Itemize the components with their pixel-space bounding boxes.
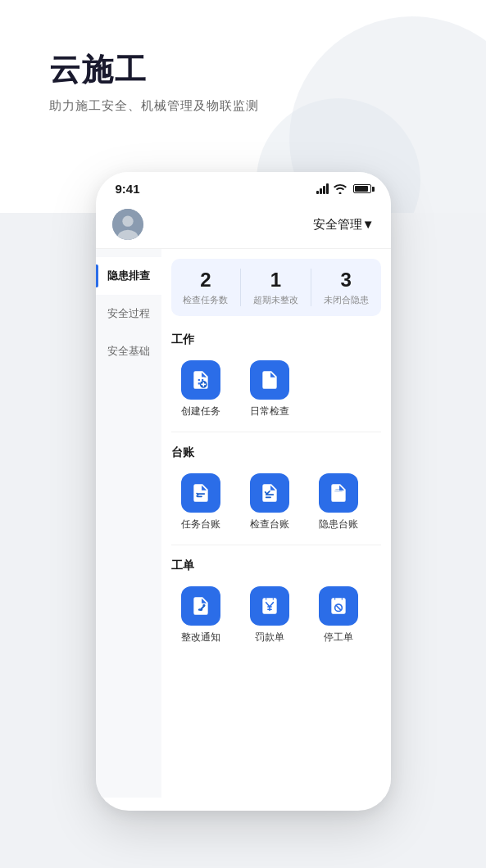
stat-overdue: 1 超期未整改: [241, 269, 311, 306]
warning-doc-icon: [328, 482, 349, 504]
stat-task-count: 2 检查任务数: [171, 269, 242, 306]
check-ledger-item[interactable]: 检查台账: [237, 467, 302, 538]
app-title: 云施工: [49, 49, 148, 91]
task-ledger-icon-box: [181, 473, 220, 513]
section-title-workorder: 工单: [161, 549, 391, 580]
stat-unclosed: 3 未闭合隐患: [311, 269, 381, 306]
stopwork-label: 停工单: [324, 631, 353, 644]
fine-label: 罚款单: [255, 631, 284, 644]
sidebar-label-0: 隐患排查: [107, 269, 150, 282]
stat-number-1: 1: [241, 269, 311, 292]
section-title-work: 工作: [161, 323, 391, 354]
workorder-grid: 整改通知 罚款单: [161, 580, 391, 654]
wifi-icon: [334, 183, 347, 194]
work-grid: 创建任务 日常检查: [161, 354, 391, 428]
list-doc-icon: [190, 482, 211, 504]
wrench-icon: [190, 595, 211, 617]
daily-check-item[interactable]: 日常检查: [237, 354, 302, 425]
avatar[interactable]: [112, 209, 143, 240]
task-ledger-label: 任务台账: [181, 518, 220, 531]
ledger-grid: 任务台账 检查台账: [161, 467, 391, 541]
status-bar: 9:41: [96, 172, 391, 201]
stopwork-icon-box: [319, 586, 358, 626]
stats-row: 2 检查任务数 1 超期未整改 3 未闭合隐患: [171, 259, 381, 316]
yen-icon: [259, 595, 280, 617]
divider-2: [171, 545, 381, 545]
stat-label-0: 检查任务数: [171, 294, 241, 306]
task-ledger-item[interactable]: 任务台账: [168, 467, 234, 538]
app-subtitle: 助力施工安全、机械管理及物联监测: [49, 98, 259, 114]
sidebar-item-safe-base[interactable]: 安全基础: [96, 332, 161, 370]
sidebar-label-1: 安全过程: [107, 307, 150, 319]
status-time: 9:41: [116, 182, 140, 196]
sidebar-label-2: 安全基础: [107, 345, 150, 357]
divider-1: [171, 432, 381, 432]
content-panel: 2 检查任务数 1 超期未整改 3 未闭合隐患 工作: [161, 249, 391, 798]
create-task-item[interactable]: 创建任务: [168, 354, 234, 425]
phone-mockup: 9:41: [96, 172, 391, 811]
stop-icon: [328, 595, 349, 617]
check-ledger-icon-box: [250, 473, 289, 513]
check-ledger-label: 检查台账: [250, 518, 289, 531]
stat-label-1: 超期未整改: [241, 294, 311, 306]
sidebar-item-hidden-check[interactable]: 隐患排查: [96, 257, 161, 295]
signal-icon: [316, 183, 329, 194]
rectify-icon-box: [181, 586, 220, 626]
section-title-ledger: 台账: [161, 436, 391, 467]
app-header: 安全管理▼: [96, 201, 391, 249]
fine-item[interactable]: 罚款单: [237, 580, 302, 651]
search-doc-icon: [259, 369, 280, 391]
daily-check-label: 日常检查: [250, 405, 289, 418]
daily-check-icon-box: [250, 360, 289, 400]
svg-point-5: [337, 496, 338, 498]
fine-icon-box: [250, 586, 289, 626]
plus-doc-icon: [190, 369, 211, 391]
risk-ledger-label: 隐患台账: [319, 518, 358, 531]
check-doc-icon: [259, 482, 280, 504]
risk-ledger-icon-box: [319, 473, 358, 513]
avatar-img: [112, 209, 143, 240]
stat-number-0: 2: [171, 269, 241, 292]
create-task-icon-box: [181, 360, 220, 400]
stopwork-item[interactable]: 停工单: [306, 580, 371, 651]
sidebar: 隐患排查 安全过程 安全基础: [96, 249, 161, 798]
rectify-item[interactable]: 整改通知: [168, 580, 234, 651]
stat-label-2: 未闭合隐患: [311, 294, 381, 306]
header-role[interactable]: 安全管理▼: [313, 217, 375, 233]
create-task-label: 创建任务: [181, 405, 220, 418]
svg-point-1: [122, 216, 133, 227]
rectify-label: 整改通知: [181, 631, 220, 644]
risk-ledger-item[interactable]: 隐患台账: [306, 467, 371, 538]
status-icons: [316, 183, 371, 194]
role-label: 安全管理▼: [313, 217, 375, 233]
battery-icon: [353, 184, 371, 193]
stat-number-2: 3: [311, 269, 381, 292]
main-content: 隐患排查 安全过程 安全基础 2 检查任务数 1 超期未整改: [96, 249, 391, 798]
sidebar-item-safe-process[interactable]: 安全过程: [96, 295, 161, 332]
